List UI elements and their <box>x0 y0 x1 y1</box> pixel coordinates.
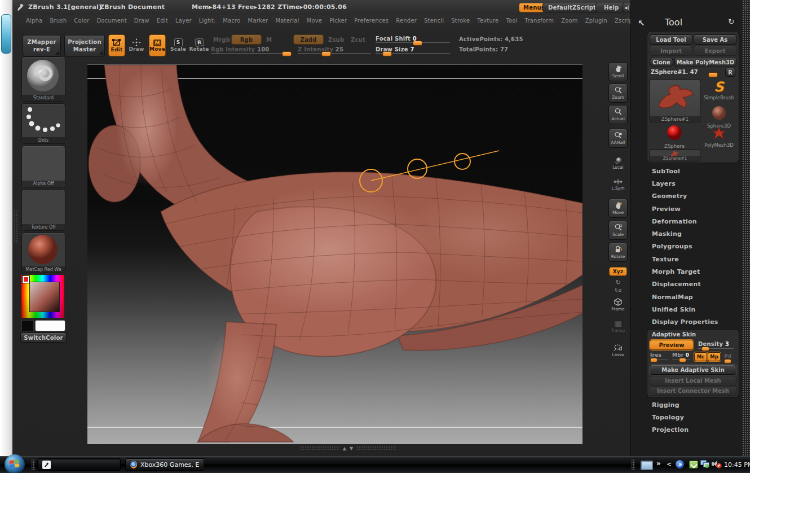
section-rigging[interactable]: Rigging <box>652 398 741 411</box>
zsub-toggle[interactable]: Zsub <box>328 37 344 43</box>
right-scroll-strip[interactable] <box>742 0 750 456</box>
make-polymesh-button[interactable]: Make PolyMesh3D <box>674 57 736 67</box>
polymesh3d-item[interactable]: PolyMesh3D <box>701 126 736 149</box>
tray-overflow-chevron[interactable]: » <box>656 459 661 467</box>
menu-material[interactable]: Material <box>275 17 299 24</box>
local-button[interactable]: Local <box>609 155 627 172</box>
section-normalmap[interactable]: NormalMap <box>652 291 741 303</box>
rotate-z-icon[interactable]: ↻z <box>615 287 621 293</box>
scale-button[interactable]: S Scale <box>170 34 186 55</box>
menu-move[interactable]: Move <box>307 17 323 24</box>
section-texture[interactable]: Texture <box>652 253 741 265</box>
move-mode-button[interactable]: Move <box>608 199 628 218</box>
section-topology[interactable]: Topology <box>652 411 741 423</box>
export-button[interactable]: Export <box>694 46 736 56</box>
edit-button[interactable]: Edit <box>108 34 125 56</box>
previous-tool-thumb[interactable]: ZSphere#1 <box>650 149 700 161</box>
current-stroke-thumb[interactable]: Dots <box>21 103 65 144</box>
section-preview[interactable]: Preview <box>652 203 741 215</box>
section-morph-target[interactable]: Morph Target <box>652 265 741 278</box>
focal-shift-label[interactable]: Focal Shift 0 <box>376 36 417 42</box>
rotate-mode-button[interactable]: Rotate <box>608 243 628 262</box>
section-display-properties[interactable]: Display Properties <box>652 316 741 329</box>
battery-tray-icon[interactable] <box>689 461 698 468</box>
focal-shift-handle[interactable] <box>413 41 422 46</box>
menu-alpha[interactable]: Alpha <box>26 17 42 24</box>
aahalf-button[interactable]: AAHalf <box>608 129 628 148</box>
secondary-color-swatch[interactable] <box>21 320 34 331</box>
color-picker[interactable] <box>21 275 64 318</box>
z-intensity-handle[interactable] <box>321 51 331 56</box>
taskbar-item-firefox[interactable]: Xbox360 Games, Eu... <box>125 458 204 471</box>
volume-muted-icon[interactable] <box>712 460 721 468</box>
current-alpha-thumb[interactable]: Alpha Off <box>21 146 65 187</box>
ires-label[interactable]: Ires <box>650 352 661 358</box>
taskbar-item-zbrush[interactable] <box>37 458 121 471</box>
bottom-tray-divider[interactable]: ▲ ▼ <box>292 445 404 451</box>
move-button[interactable]: M Move <box>149 34 166 56</box>
menu-stencil[interactable]: Stencil <box>424 17 444 24</box>
menu-layer[interactable]: Layer <box>175 17 192 24</box>
adaptive-preview-button[interactable]: Preview <box>650 340 694 350</box>
menu-transform[interactable]: Transform <box>525 17 554 24</box>
m-toggle[interactable]: M <box>266 37 272 43</box>
menu-document[interactable]: Document <box>96 17 126 24</box>
current-brush-thumb[interactable]: Standard <box>21 56 65 102</box>
density-handle[interactable] <box>701 347 709 351</box>
menu-marker[interactable]: Marker <box>248 17 268 24</box>
current-material-thumb[interactable]: MatCap Red Wa <box>21 233 65 273</box>
pd-handle[interactable] <box>724 359 731 364</box>
zcut-toggle[interactable]: Zcut <box>351 37 365 43</box>
menu-light[interactable]: Light: <box>199 17 216 24</box>
mbr-label[interactable]: Mbr 0 <box>672 352 689 358</box>
menu-brush[interactable]: Brush <box>50 17 67 24</box>
switch-color-button[interactable]: SwitchColor <box>20 332 67 343</box>
section-polygroups[interactable]: Polygroups <box>652 240 741 253</box>
pd-toggle[interactable]: Pd <box>724 353 731 359</box>
menu-picker[interactable]: Picker <box>329 17 347 24</box>
scale-mode-button[interactable]: Scale <box>608 221 628 240</box>
load-tool-button[interactable]: Load Tool <box>650 34 692 45</box>
insert-connector-mesh-button[interactable]: Insert Connector Mesh <box>650 386 736 396</box>
rgb-intensity-track[interactable] <box>211 53 287 54</box>
rotate-y-icon[interactable]: ↻ <box>615 279 620 286</box>
mp-toggle[interactable]: Mp <box>708 352 721 361</box>
tray-clock[interactable]: 10:45 PM <box>724 461 750 468</box>
mbr-handle[interactable] <box>679 358 686 362</box>
mc-toggle[interactable]: Mc <box>694 352 707 361</box>
background-window-tab[interactable] <box>1 14 11 54</box>
make-adaptive-skin-button[interactable]: Make Adaptive Skin <box>650 365 736 375</box>
menu-render[interactable]: Render <box>396 17 417 24</box>
menu-zoom[interactable]: Zoom <box>561 17 578 24</box>
draw-button[interactable]: Draw <box>129 34 144 55</box>
left-tray-divider[interactable] <box>14 210 18 243</box>
ires-handle[interactable] <box>650 358 657 362</box>
section-unified-skin[interactable]: Unified Skin <box>652 303 741 316</box>
actual-button[interactable]: 1 Actual <box>608 105 628 124</box>
tool-item-slider-handle[interactable] <box>708 72 718 77</box>
menu-tool[interactable]: Tool <box>506 17 517 24</box>
menu-stroke[interactable]: Stroke <box>451 17 470 24</box>
zadd-toggle[interactable]: Zadd <box>293 34 324 45</box>
clone-button[interactable]: Clone <box>650 57 673 67</box>
presentation-display-icon[interactable] <box>641 461 653 470</box>
rgb-toggle[interactable]: Rgb <box>231 34 262 45</box>
zsphere-item[interactable]: ZSphere <box>650 124 699 149</box>
menu-macro[interactable]: Macro <box>223 17 240 24</box>
section-masking[interactable]: Masking <box>652 227 741 240</box>
default-zscript-button[interactable]: DefaultZScript <box>542 3 602 12</box>
scroll-button[interactable]: Scroll <box>608 62 628 81</box>
section-projection[interactable]: Projection <box>652 424 741 436</box>
menu-edit[interactable]: Edit <box>157 17 168 24</box>
adaptive-skin-header[interactable]: Adaptive Skin <box>652 331 696 338</box>
simple-brush-item[interactable]: S SimpleBrush <box>701 79 736 104</box>
menu-preferences[interactable]: Preferences <box>354 17 389 24</box>
color-picker-inner-square[interactable] <box>29 282 60 312</box>
transp-button[interactable]: Transp <box>609 318 627 335</box>
r-button[interactable]: R <box>725 68 735 77</box>
draw-size-handle[interactable] <box>382 51 392 56</box>
start-button[interactable] <box>5 454 25 473</box>
antivirus-tray-icon[interactable]: a <box>676 460 684 468</box>
insert-local-mesh-button[interactable]: Insert Local Mesh <box>650 376 736 386</box>
section-deformation[interactable]: Deformation <box>652 215 741 227</box>
